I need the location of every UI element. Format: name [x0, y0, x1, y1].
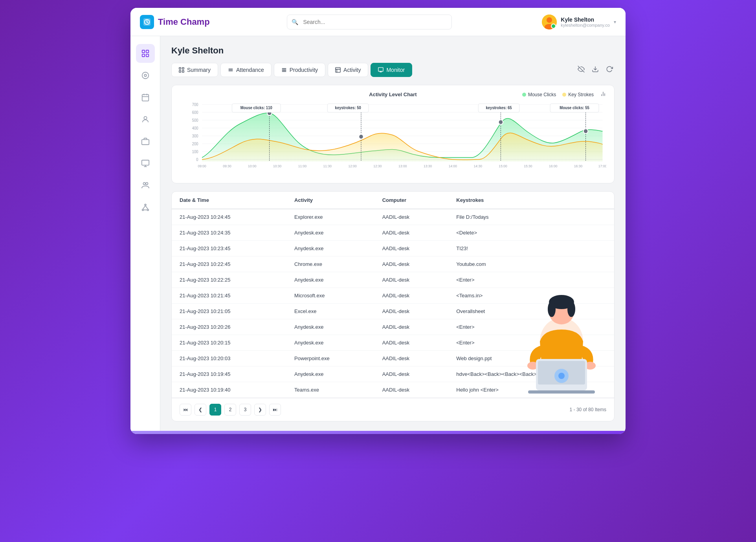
- svg-text:0: 0: [196, 157, 198, 162]
- cell-activity: Microsoft.exe: [286, 288, 374, 304]
- cell-computer: AADIL-desk: [374, 209, 449, 225]
- table-row: 21-Aug-2023 10:22:45Chrome.exeAADIL-desk…: [172, 256, 614, 272]
- cell-computer: AADIL-desk: [374, 319, 449, 335]
- sidebar-item-analytics[interactable]: [136, 66, 155, 85]
- avatar: [542, 15, 557, 29]
- svg-point-73: [359, 134, 363, 139]
- first-page-button[interactable]: ⏮: [180, 404, 191, 416]
- svg-text:12:00: 12:00: [348, 164, 357, 168]
- svg-text:Mouse clicks: 110: Mouse clicks: 110: [240, 106, 272, 110]
- page-1-button[interactable]: 1: [209, 404, 221, 416]
- cell-computer: AADIL-desk: [374, 382, 449, 398]
- cell-keystrokes: <Enter>: [448, 272, 614, 288]
- svg-text:11:30: 11:30: [323, 164, 332, 168]
- search-input[interactable]: [287, 15, 452, 29]
- sidebar-item-calendar[interactable]: [136, 88, 155, 107]
- cell-computer: AADIL-desk: [374, 288, 449, 304]
- cell-computer: AADIL-desk: [374, 272, 449, 288]
- cell-activity: Anydesk.exe: [286, 272, 374, 288]
- cell-computer: AADIL-desk: [374, 225, 449, 241]
- svg-text:10:00: 10:00: [248, 164, 257, 168]
- svg-text:11:00: 11:00: [298, 164, 307, 168]
- cell-datetime: 21-Aug-2023 10:21:05: [172, 304, 286, 319]
- sidebar: [130, 36, 160, 431]
- last-page-button[interactable]: ⏭: [269, 404, 281, 416]
- svg-text:16:30: 16:30: [574, 164, 583, 168]
- svg-text:15:30: 15:30: [524, 164, 532, 168]
- page-2-button[interactable]: 2: [224, 404, 236, 416]
- svg-rect-10: [146, 54, 148, 57]
- refresh-icon[interactable]: [604, 64, 615, 76]
- cell-computer: AADIL-desk: [374, 256, 449, 272]
- svg-point-24: [145, 204, 146, 206]
- cell-keystrokes: <Enter>: [448, 319, 614, 335]
- svg-text:17:00: 17:00: [598, 164, 606, 168]
- svg-text:10:30: 10:30: [273, 164, 282, 168]
- cell-activity: Anydesk.exe: [286, 366, 374, 382]
- sidebar-item-team[interactable]: [136, 176, 155, 195]
- chevron-down-icon[interactable]: ▾: [614, 19, 616, 25]
- user-area: Kyle Shelton kyleshelton@company.co ▾: [542, 15, 616, 29]
- svg-text:400: 400: [192, 126, 198, 130]
- cell-datetime: 21-Aug-2023 10:22:25: [172, 272, 286, 288]
- user-email: kyleshelton@company.co: [561, 23, 610, 27]
- chart-type-icon[interactable]: [600, 91, 606, 98]
- tab-activity-label: Activity: [343, 67, 361, 73]
- cell-datetime: 21-Aug-2023 10:23:45: [172, 241, 286, 256]
- logo-area: Time Champ: [140, 15, 242, 29]
- legend-key-strokes: Key Strokes: [562, 92, 594, 97]
- sidebar-item-projects[interactable]: [136, 132, 155, 151]
- next-page-button[interactable]: ❯: [254, 404, 266, 416]
- chart-legend: Mouse Clicks Key Strokes: [522, 91, 606, 98]
- logo-icon: [140, 15, 154, 29]
- sidebar-item-dashboard[interactable]: [136, 44, 155, 63]
- page-3-button[interactable]: 3: [239, 404, 251, 416]
- cell-activity: Teams.exe: [286, 382, 374, 398]
- sidebar-item-network[interactable]: [136, 198, 155, 217]
- table-row: 21-Aug-2023 10:21:45Microsoft.exeAADIL-d…: [172, 288, 614, 304]
- svg-point-81: [584, 129, 588, 134]
- tab-activity[interactable]: Activity: [328, 63, 368, 77]
- cell-activity: Anydesk.exe: [286, 335, 374, 351]
- prev-page-button[interactable]: ❮: [195, 404, 206, 416]
- cell-keystrokes: Hello john <Enter>: [448, 382, 614, 398]
- svg-point-25: [142, 209, 143, 211]
- svg-rect-7: [142, 50, 144, 53]
- table-row: 21-Aug-2023 10:24:35Anydesk.exeAADIL-des…: [172, 225, 614, 241]
- svg-point-12: [144, 74, 147, 77]
- pagination: ⏮ ❮ 1 2 3 ❯ ⏭ 1 - 30 of 80 Items: [172, 398, 614, 421]
- legend-key-dot: [562, 93, 566, 97]
- svg-line-28: [145, 205, 148, 209]
- cell-activity: Anydesk.exe: [286, 225, 374, 241]
- cell-keystrokes: <Enter>: [448, 335, 614, 351]
- tab-monitor[interactable]: Monitor: [371, 63, 412, 77]
- svg-point-22: [143, 183, 145, 185]
- svg-point-77: [499, 120, 503, 125]
- svg-rect-8: [146, 50, 148, 53]
- tab-summary[interactable]: Summary: [171, 63, 218, 77]
- tab-productivity[interactable]: Productivity: [274, 63, 325, 77]
- table-row: 21-Aug-2023 10:24:45Explorer.exeAADIL-de…: [172, 209, 614, 225]
- table-container: Date & Time Activity Computer Keystrokes…: [171, 191, 615, 421]
- col-keystrokes: Keystrokes: [448, 192, 614, 209]
- svg-text:16:00: 16:00: [549, 164, 558, 168]
- content-area: Kyle Shelton Summary: [160, 36, 626, 431]
- sidebar-item-users[interactable]: [136, 110, 155, 129]
- svg-point-26: [147, 209, 149, 211]
- tab-attendance-label: Attendance: [236, 67, 264, 73]
- chart-svg-area: 700 600 500 400 300 200 100 0: [180, 101, 606, 177]
- table-row: 21-Aug-2023 10:23:45Anydesk.exeAADIL-des…: [172, 241, 614, 256]
- svg-text:15:00: 15:00: [499, 164, 507, 168]
- tab-attendance[interactable]: Attendance: [220, 63, 272, 77]
- svg-rect-44: [378, 68, 383, 71]
- cell-datetime: 21-Aug-2023 10:19:40: [172, 382, 286, 398]
- download-icon[interactable]: [590, 64, 600, 76]
- sidebar-item-monitor[interactable]: [136, 154, 155, 173]
- svg-rect-19: [141, 160, 149, 165]
- cell-activity: Explorer.exe: [286, 209, 374, 225]
- legend-mouse-label: Mouse Clicks: [528, 92, 556, 97]
- hide-icon[interactable]: [576, 64, 586, 76]
- cell-datetime: 21-Aug-2023 10:19:45: [172, 366, 286, 382]
- cell-keystrokes: Web design.ppt: [448, 351, 614, 366]
- svg-text:700: 700: [192, 103, 198, 107]
